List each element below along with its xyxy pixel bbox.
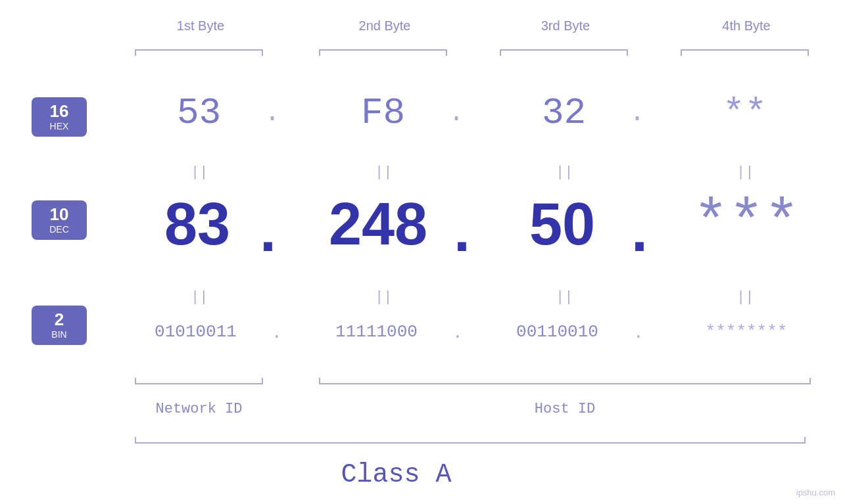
hex-value-2: F8 xyxy=(319,92,447,134)
top-bracket-3 xyxy=(500,49,628,56)
dec-badge-label: DEC xyxy=(49,224,69,235)
bin-value-3: 00110010 xyxy=(483,322,631,342)
main-container: 1st Byte 2nd Byte 3rd Byte 4th Byte 16 H… xyxy=(0,0,845,504)
dec-badge-number: 10 xyxy=(50,206,69,223)
bin-value-4: ******** xyxy=(661,322,832,342)
hex-dot-1: . xyxy=(264,99,280,128)
network-id-label: Network ID xyxy=(135,401,263,417)
hex-value-1: 53 xyxy=(135,92,263,134)
byte-label-4: 4th Byte xyxy=(677,18,815,34)
top-bracket-1 xyxy=(135,49,263,56)
bin-dot-1: . xyxy=(272,323,282,343)
hex-dot-3: . xyxy=(629,99,645,128)
bin-badge-number: 2 xyxy=(55,311,64,328)
host-id-label: Host ID xyxy=(319,401,811,417)
eq-dec-bin-3: || xyxy=(556,289,573,306)
hex-value-4: ** xyxy=(681,92,809,134)
dec-dot-3: . xyxy=(631,197,648,265)
dec-value-1: 83 xyxy=(122,191,273,258)
byte-label-2: 2nd Byte xyxy=(316,18,454,34)
eq-hex-dec-3: || xyxy=(556,164,573,181)
dec-dot-1: . xyxy=(260,197,276,265)
eq-hex-dec-2: || xyxy=(375,164,392,181)
eq-hex-dec-4: || xyxy=(736,164,754,181)
eq-dec-bin-4: || xyxy=(736,289,754,306)
dec-value-2: 248 xyxy=(296,191,460,258)
watermark: ipshu.com xyxy=(796,488,835,497)
bin-dot-2: . xyxy=(452,323,463,343)
bin-value-2: 11111000 xyxy=(302,322,450,342)
host-id-bracket xyxy=(319,378,811,384)
bin-value-1: 01010011 xyxy=(122,322,270,342)
hex-value-3: 32 xyxy=(500,92,628,134)
network-id-bracket xyxy=(135,378,263,384)
eq-dec-bin-2: || xyxy=(375,289,392,306)
hex-dot-2: . xyxy=(448,99,464,128)
bin-badge: 2 BIN xyxy=(32,306,87,345)
bin-dot-3: . xyxy=(633,323,644,343)
eq-dec-bin-1: || xyxy=(191,289,208,306)
dec-badge: 10 DEC xyxy=(32,200,87,240)
top-bracket-2 xyxy=(319,49,447,56)
class-label: Class A xyxy=(0,460,792,490)
byte-label-1: 1st Byte xyxy=(132,18,270,34)
hex-badge-number: 16 xyxy=(50,103,69,120)
dec-value-4: *** xyxy=(661,191,832,258)
class-bracket xyxy=(135,437,806,444)
dec-dot-2: . xyxy=(454,197,470,265)
hex-badge-label: HEX xyxy=(50,121,69,131)
bin-badge-label: BIN xyxy=(51,329,66,340)
hex-badge: 16 HEX xyxy=(32,97,87,137)
dec-value-3: 50 xyxy=(487,191,638,258)
byte-label-3: 3rd Byte xyxy=(496,18,635,34)
top-bracket-4 xyxy=(681,49,809,56)
eq-hex-dec-1: || xyxy=(191,164,208,181)
